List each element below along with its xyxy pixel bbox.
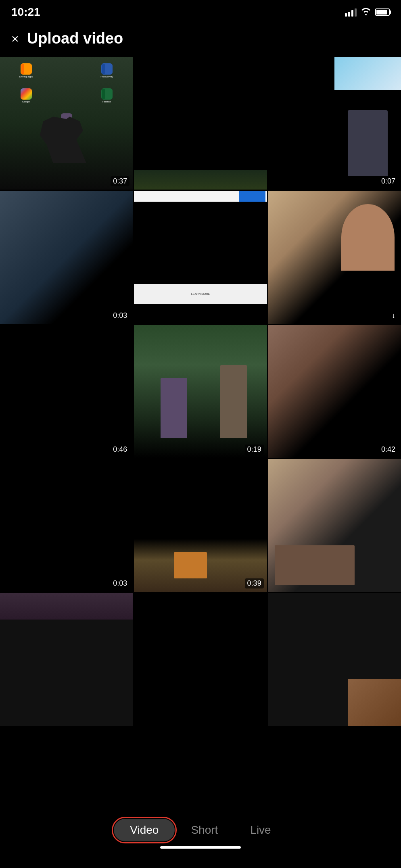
tab-short[interactable]: Short <box>175 819 234 841</box>
bottom-tab-bar: Video Short Live <box>0 812 401 868</box>
home-indicator <box>160 846 241 849</box>
video-grid: Driving apps Productivity Google <box>0 57 401 726</box>
video-thumb-11[interactable]: 0:39 <box>134 459 267 592</box>
video-thumb-7[interactable]: 0:46 <box>0 325 133 458</box>
video-thumb-4[interactable]: 0:03 <box>0 191 133 323</box>
tab-video[interactable]: Video <box>114 819 175 841</box>
battery-icon <box>375 8 390 16</box>
video-duration-4: 0:03 <box>111 311 129 321</box>
video-thumb-8[interactable]: 0:19 <box>134 325 267 458</box>
video-thumb-15[interactable] <box>268 593 401 726</box>
close-button[interactable]: × <box>11 32 19 45</box>
video-thumb-13[interactable] <box>0 593 133 726</box>
video-duration-7: 0:46 <box>111 444 129 455</box>
video-duration-10: 0:03 <box>111 578 129 588</box>
video-duration-8: 0:19 <box>245 444 264 455</box>
video-thumb-14[interactable] <box>134 593 267 726</box>
video-thumb-1[interactable]: Driving apps Productivity Google <box>0 57 133 190</box>
video-thumb-12[interactable] <box>268 459 401 592</box>
video-thumb-10[interactable]: 0:03 <box>0 459 133 592</box>
video-thumb-3[interactable]: 0:07 <box>268 57 401 190</box>
page-title: Upload video <box>27 30 123 47</box>
video-duration-1: 0:37 <box>111 176 129 186</box>
status-bar: 10:21 <box>0 0 401 22</box>
video-thumb-9[interactable]: 0:42 <box>268 325 401 458</box>
video-thumb-2[interactable] <box>134 57 267 190</box>
video-duration-9: 0:42 <box>379 444 398 455</box>
video-duration-3: 0:07 <box>379 176 398 186</box>
tab-bar: Video Short Live <box>0 819 401 841</box>
video-duration-11: 0:39 <box>245 578 264 588</box>
status-time: 10:21 <box>11 6 40 19</box>
signal-icon <box>345 8 357 17</box>
header: × Upload video <box>0 22 401 57</box>
tab-live[interactable]: Live <box>234 819 287 841</box>
video-thumb-6[interactable]: ↓ <box>268 191 401 323</box>
wifi-icon <box>361 7 371 17</box>
status-icons <box>345 7 390 17</box>
video-thumb-5[interactable]: LEARN MORE <box>134 191 267 323</box>
